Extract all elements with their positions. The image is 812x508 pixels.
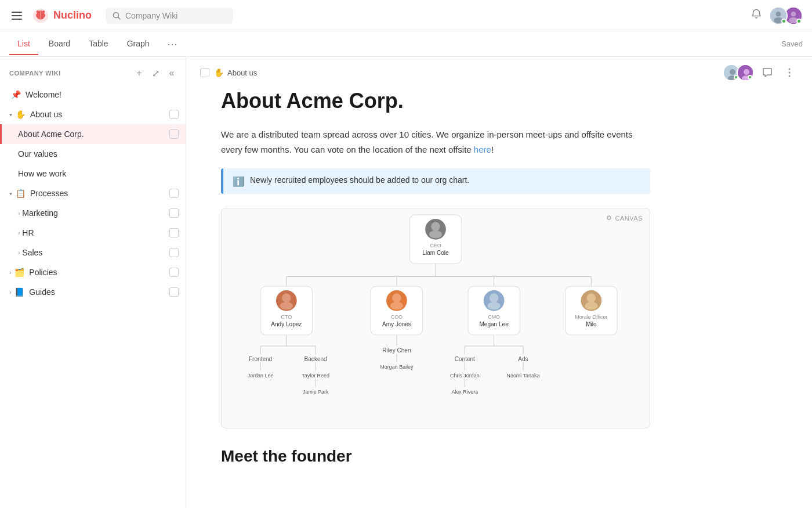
canvas-label: ⚙ CANVAS (606, 214, 643, 222)
svg-point-22 (429, 230, 442, 238)
tab-board[interactable]: Board (41, 33, 78, 55)
content-topbar: ✋ About us (186, 57, 812, 88)
sidebar-item-about-us[interactable]: ▾ ✋ About us (0, 105, 186, 124)
sidebar-item-guides[interactable]: › 📘 Guides (0, 282, 186, 302)
sidebar-item-sales[interactable]: › Sales (0, 243, 186, 262)
search-icon (113, 12, 121, 20)
guides-chevron-icon: › (9, 289, 11, 296)
about-us-check (169, 110, 179, 119)
breadcrumb-check[interactable] (200, 68, 209, 77)
canvas-label-text: CANVAS (615, 215, 643, 222)
tabs-more-button[interactable]: ⋯ (162, 35, 182, 53)
policies-check (169, 268, 179, 277)
sidebar-item-hr[interactable]: › HR (0, 223, 186, 243)
breadcrumb: ✋ About us (200, 68, 257, 77)
svg-point-52 (585, 302, 597, 309)
svg-text:Megan Lee: Megan Lee (479, 322, 509, 328)
svg-point-18 (789, 75, 791, 77)
info-box: ℹ️ Newly recruited employees should be a… (221, 168, 650, 194)
svg-text:Amy Jones: Amy Jones (382, 322, 411, 328)
comments-button[interactable] (759, 64, 776, 81)
add-item-button[interactable]: + (132, 66, 146, 80)
section-title-founder: Meet the founder (221, 447, 650, 466)
notifications-button[interactable] (751, 8, 762, 23)
sales-label: Sales (22, 248, 169, 257)
svg-point-33 (282, 294, 291, 303)
marketing-chevron-icon: › (18, 210, 20, 217)
about-us-emoji: ✋ (16, 110, 26, 119)
guides-label: Guides (29, 287, 169, 297)
svg-text:CEO: CEO (430, 243, 441, 248)
org-chart-canvas: ⚙ CANVAS CEO Liam Cole (221, 208, 650, 428)
policies-emoji: 🗂️ (14, 268, 24, 277)
about-acme-label: About Acme Corp. (18, 129, 169, 139)
content-area: ✋ About us (186, 57, 812, 508)
sidebar-header: COMPANY WIKI + ⤢ « (0, 62, 186, 82)
top-right-actions (751, 6, 803, 25)
expand-button[interactable]: ⤢ (148, 66, 162, 80)
svg-text:Content: Content (455, 356, 475, 362)
svg-point-14 (744, 69, 749, 75)
svg-point-8 (791, 12, 796, 17)
hr-label: HR (22, 228, 169, 237)
svg-point-51 (587, 294, 596, 303)
sidebar-item-about-acme[interactable]: About Acme Corp. (0, 124, 186, 144)
search-bar[interactable]: Company Wiki (106, 8, 233, 24)
org-chart-svg: CEO Liam Cole (222, 208, 650, 428)
svg-text:Riley Chen: Riley Chen (382, 347, 411, 354)
info-box-text: Newly recruited employees should be adde… (250, 175, 469, 185)
hamburger-menu[interactable] (9, 9, 24, 22)
sales-check (169, 248, 179, 257)
svg-text:Backend: Backend (304, 356, 327, 362)
tab-graph[interactable]: Graph (119, 33, 158, 55)
svg-point-21 (431, 222, 440, 232)
content-user-avatars (723, 64, 754, 81)
more-options-button[interactable] (781, 64, 798, 81)
here-link[interactable]: here (474, 145, 491, 154)
top-bar: Nuclino Company Wiki (0, 0, 812, 31)
page-body-paragraph: We are a distributed team spread across … (221, 127, 650, 157)
svg-text:CTO: CTO (281, 314, 292, 320)
about-us-label: About us (30, 110, 169, 119)
sidebar-section-title: COMPANY WIKI (9, 70, 61, 77)
processes-emoji: 📋 (16, 189, 26, 198)
sidebar-item-welcome[interactable]: 📌 Welcome! (0, 85, 186, 105)
logo-icon (31, 6, 50, 25)
tab-table[interactable]: Table (81, 33, 116, 55)
sidebar-item-our-values[interactable]: Our values (0, 144, 186, 164)
svg-text:Morgan Bailey: Morgan Bailey (380, 364, 414, 370)
sidebar-item-marketing[interactable]: › Marketing (0, 203, 186, 223)
svg-text:Liam Cole: Liam Cole (422, 250, 449, 257)
chevron-down-icon: ▾ (9, 111, 12, 118)
guides-emoji: 📘 (14, 287, 24, 297)
hr-check (169, 228, 179, 237)
svg-text:Jordan Lee: Jordan Lee (248, 373, 274, 379)
policies-chevron-icon: › (9, 269, 11, 276)
svg-text:Taylor Reed: Taylor Reed (302, 373, 329, 379)
about-acme-check (169, 129, 179, 139)
svg-point-45 (490, 294, 499, 303)
svg-text:Alex Rivera: Alex Rivera (451, 389, 478, 395)
our-values-label: Our values (18, 149, 179, 158)
svg-text:Chris Jordan: Chris Jordan (450, 373, 480, 379)
main-layout: COMPANY WIKI + ⤢ « 📌 Welcome! ▾ ✋ About … (0, 57, 812, 508)
svg-point-5 (776, 12, 781, 17)
tab-list[interactable]: List (9, 33, 38, 55)
svg-text:Naomi Tanaka: Naomi Tanaka (506, 373, 539, 379)
sidebar: COMPANY WIKI + ⤢ « 📌 Welcome! ▾ ✋ About … (0, 57, 186, 508)
content-avatar-2 (737, 64, 754, 81)
logo[interactable]: Nuclino (31, 6, 92, 25)
sidebar-item-processes[interactable]: ▾ 📋 Processes (0, 183, 186, 203)
svg-point-16 (789, 69, 791, 70)
policies-label: Policies (29, 268, 169, 277)
hr-chevron-icon: › (18, 230, 20, 236)
pin-icon: 📌 (11, 90, 21, 99)
svg-point-34 (280, 302, 293, 309)
tabs-bar: List Board Table Graph ⋯ Saved (0, 31, 812, 57)
sidebar-header-actions: + ⤢ « (132, 66, 179, 80)
sidebar-item-how-we-work[interactable]: How we work (0, 164, 186, 183)
svg-point-11 (730, 69, 735, 75)
collapse-sidebar-button[interactable]: « (165, 66, 179, 80)
body-text-2: ! (491, 145, 494, 154)
sidebar-item-policies[interactable]: › 🗂️ Policies (0, 262, 186, 282)
